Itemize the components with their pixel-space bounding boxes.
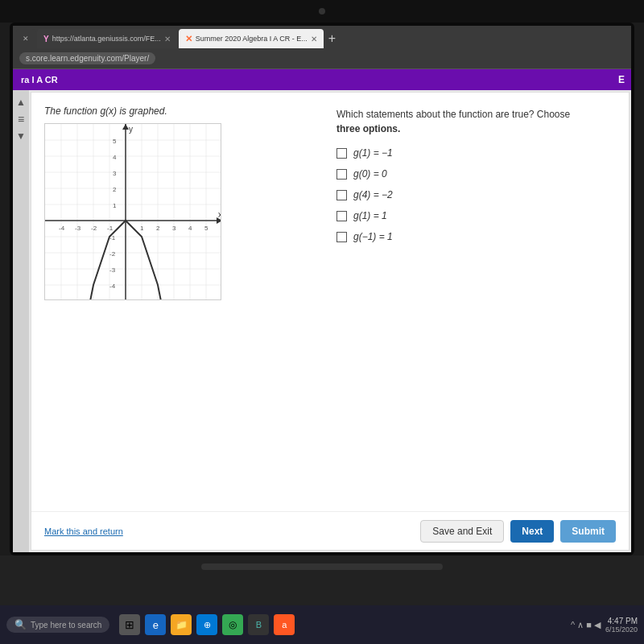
address-bar[interactable]: s.core.learn.edgenuity.com/Player/ [19, 52, 155, 64]
question-line1: Which statements about the function are … [336, 107, 616, 122]
question-line2: three options. [336, 122, 616, 136]
checkbox-5[interactable] [336, 232, 347, 242]
taskbar-search[interactable]: 🔍 Type here to search [6, 617, 109, 633]
taskbar-app1-icon[interactable]: B [248, 614, 269, 635]
tab-edgenuity-close[interactable]: ✕ [311, 35, 317, 43]
svg-text:-2: -2 [91, 225, 97, 232]
graph-svg: x y -4 -3 -2 -1 1 2 3 4 [44, 123, 221, 300]
option-3-label: g(4) = −2 [353, 189, 393, 200]
option-1-label: g(1) = −1 [353, 147, 393, 159]
question-area: The function g(x) is graphed. [31, 93, 629, 511]
taskbar-chrome-icon[interactable]: ◎ [222, 614, 243, 635]
svg-text:4: 4 [188, 225, 192, 232]
svg-text:3: 3 [113, 170, 117, 177]
tab-x-icon: ✕ [185, 34, 192, 44]
tab-edgenuity-label: Summer 2020 Algebra I A CR - E... [196, 35, 308, 43]
action-buttons: Save and Exit Next Submit [420, 520, 616, 543]
options-section: Which statements about the function are … [336, 105, 616, 498]
option-5[interactable]: g(−1) = 1 [336, 231, 616, 242]
checkbox-2[interactable] [336, 169, 347, 180]
save-exit-button[interactable]: Save and Exit [420, 520, 504, 543]
option-4-label: g(1) = 1 [353, 210, 387, 221]
svg-text:-3: -3 [75, 225, 81, 232]
svg-text:-4: -4 [59, 225, 65, 232]
close-icon: ✕ [23, 35, 29, 43]
chrome-icon: ◎ [229, 619, 237, 630]
svg-text:-1: -1 [107, 225, 114, 232]
checkbox-3[interactable] [336, 190, 347, 200]
clock-date: 6/15/2020 [605, 625, 638, 634]
nav-book-icon[interactable]: ≡ [18, 113, 24, 126]
course-name: ra I A CR [21, 75, 58, 85]
svg-text:5: 5 [204, 225, 208, 232]
checkbox-4[interactable] [336, 211, 347, 221]
svg-text:4: 4 [113, 154, 117, 161]
new-tab-button[interactable]: + [325, 29, 339, 48]
tab-edgenuity[interactable]: ✕ Summer 2020 Algebra I A CR - E... ✕ [179, 29, 324, 48]
store-icon: ⊕ [204, 620, 211, 630]
svg-text:-3: -3 [109, 266, 116, 274]
app2-icon: a [282, 620, 287, 630]
footer-bar: Mark this and return Save and Exit Next … [31, 511, 629, 550]
svg-text:x: x [218, 210, 221, 219]
graph-section: The function g(x) is graphed. [44, 105, 324, 498]
folder-icon: 📁 [175, 619, 188, 630]
side-nav: ▲ ≡ ▼ [13, 90, 29, 552]
tab-close-btn[interactable]: ✕ [16, 29, 35, 48]
clock: 4:47 PM 6/15/2020 [605, 617, 638, 634]
svg-text:1: 1 [113, 202, 117, 209]
svg-text:y: y [129, 125, 133, 134]
taskbar: 🔍 Type here to search ⊞ e 📁 ⊕ ◎ B a ^ ∧ … [0, 605, 644, 644]
tray-icons: ^ ∧ ■ ◀ [571, 620, 601, 630]
svg-text:2: 2 [156, 225, 160, 232]
tab-geniussis[interactable]: Y https://atlanta.geniussis.com/FE... ✕ [37, 29, 177, 48]
grid-icon: ⊞ [125, 618, 134, 631]
mark-return-link[interactable]: Mark this and return [44, 526, 123, 536]
taskbar-app2-icon[interactable]: a [274, 614, 295, 635]
option-2-label: g(0) = 0 [353, 168, 387, 180]
checkbox-1[interactable] [336, 148, 347, 159]
svg-text:2: 2 [113, 186, 117, 193]
svg-text:1: 1 [140, 225, 144, 232]
option-5-label: g(−1) = 1 [353, 231, 393, 242]
clock-time: 4:47 PM [605, 617, 638, 625]
question-text: Which statements about the function are … [336, 107, 616, 136]
next-button[interactable]: Next [510, 520, 554, 543]
edge-icon: e [153, 619, 159, 631]
tab-y-icon: Y [43, 35, 49, 43]
option-1[interactable]: g(1) = −1 [336, 147, 616, 159]
taskbar-edge-icon[interactable]: e [145, 614, 166, 635]
graph-container: x y -4 -3 -2 -1 1 2 3 4 [44, 123, 221, 300]
search-icon: 🔍 [14, 619, 27, 630]
taskbar-folder-icon[interactable]: 📁 [171, 614, 192, 635]
submit-button[interactable]: Submit [560, 520, 616, 543]
system-tray: ^ ∧ ■ ◀ 4:47 PM 6/15/2020 [571, 617, 638, 634]
tab-geniussis-label: https://atlanta.geniussis.com/FE... [52, 35, 161, 43]
options-list: g(1) = −1 g(0) = 0 g(4) = −2 [336, 147, 616, 242]
nav-down-arrow[interactable]: ▼ [16, 130, 26, 142]
course-banner: ra I A CR E [13, 69, 631, 90]
search-label: Type here to search [31, 621, 101, 630]
tab-geniussis-close[interactable]: ✕ [164, 35, 171, 43]
svg-text:3: 3 [172, 225, 176, 232]
option-3[interactable]: g(4) = −2 [336, 189, 616, 200]
banner-right: E [618, 74, 625, 85]
nav-up-arrow[interactable]: ▲ [16, 97, 26, 108]
svg-rect-44 [45, 124, 221, 300]
svg-text:5: 5 [113, 138, 117, 145]
taskbar-store-icon[interactable]: ⊕ [196, 614, 217, 635]
option-2[interactable]: g(0) = 0 [336, 168, 616, 180]
option-4[interactable]: g(1) = 1 [336, 210, 616, 221]
taskbar-grid-icon[interactable]: ⊞ [119, 614, 140, 635]
svg-text:-2: -2 [109, 250, 116, 258]
svg-marker-23 [122, 124, 129, 130]
svg-text:-4: -4 [109, 283, 116, 290]
function-label: The function g(x) is graphed. [44, 105, 324, 117]
app1-icon: B [256, 620, 262, 630]
